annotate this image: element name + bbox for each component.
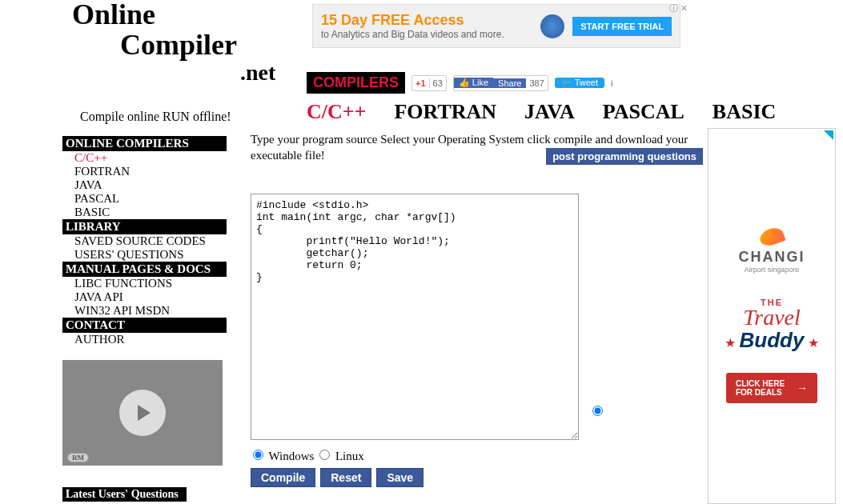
post-questions-link[interactable]: post programming questions bbox=[546, 148, 703, 165]
source-code-input[interactable] bbox=[251, 194, 579, 440]
latest-questions-header: Latest Users' Questions bbox=[62, 487, 187, 502]
sidebar-item-javaapi[interactable]: JAVA API bbox=[62, 290, 227, 304]
sidebar-item-libc[interactable]: LIBC FUNCTIONS bbox=[62, 277, 227, 290]
facebook-like-button[interactable]: 👍 LikeShare387 bbox=[453, 75, 548, 91]
sidebar-nav: ONLINE COMPILERS C/C++ FORTRAN JAVA PASC… bbox=[62, 136, 227, 466]
sidebar-item-questions[interactable]: USERS' QUESTIONS bbox=[62, 248, 227, 262]
rm-badge: RM bbox=[67, 453, 89, 462]
ad-subtitle: to Analytics and Big Data videos and mor… bbox=[321, 29, 532, 40]
play-icon bbox=[138, 405, 151, 421]
save-button[interactable]: Save bbox=[376, 468, 424, 487]
sidebar-header-library: LIBRARY bbox=[62, 219, 227, 234]
ad-title: 15 Day FREE Access bbox=[321, 12, 532, 29]
tab-fortran[interactable]: FORTRAN bbox=[394, 100, 496, 124]
reset-button[interactable]: Reset bbox=[320, 468, 371, 487]
tweet-button[interactable]: 🐦 Tweeti bbox=[555, 75, 618, 91]
os-radio-windows[interactable] bbox=[253, 450, 263, 460]
tab-cpp[interactable]: C/C++ bbox=[307, 100, 366, 124]
sidebar-item-author[interactable]: AUTHOR bbox=[62, 333, 227, 346]
os-label-linux: Linux bbox=[335, 450, 364, 462]
sidebar-item-cpp[interactable]: C/C++ bbox=[62, 151, 227, 165]
changi-subtitle: Airport singapore bbox=[739, 266, 805, 274]
changi-text: CHANGI bbox=[739, 249, 805, 266]
compilers-badge: COMPILERS bbox=[307, 72, 405, 94]
site-logo[interactable]: Online Compiler .net bbox=[72, 0, 275, 84]
changi-logo-icon bbox=[757, 226, 785, 249]
star-icon: ★ bbox=[808, 336, 819, 350]
logo-line2: Compiler bbox=[72, 30, 275, 61]
compile-button[interactable]: Compile bbox=[251, 468, 315, 487]
tab-pascal[interactable]: PASCAL bbox=[603, 100, 684, 124]
tb-travel: Travel bbox=[725, 307, 819, 327]
tb-buddy: Buddy bbox=[740, 328, 805, 352]
sidebar-item-fortran[interactable]: FORTRAN bbox=[62, 165, 227, 178]
play-button[interactable] bbox=[119, 390, 166, 436]
sidebar-item-pascal[interactable]: PASCAL bbox=[62, 192, 227, 206]
arrow-icon: → bbox=[797, 382, 808, 394]
language-tabs: C/C++ FORTRAN JAVA PASCAL BASIC bbox=[307, 100, 776, 124]
tab-basic[interactable]: BASIC bbox=[713, 100, 776, 124]
logo-line3: .net bbox=[72, 61, 275, 84]
tab-java[interactable]: JAVA bbox=[524, 100, 575, 124]
sidebar-header-docs: MANUAL PAGES & DOCS bbox=[62, 262, 227, 277]
code-radio[interactable] bbox=[592, 406, 603, 416]
os-radio-linux[interactable] bbox=[319, 450, 330, 460]
top-banner-ad[interactable]: 15 Day FREE Access to Analytics and Big … bbox=[312, 4, 680, 48]
os-label-windows: Windows bbox=[268, 450, 314, 462]
sidebar-item-basic[interactable]: BASIC bbox=[62, 206, 227, 219]
travel-buddy-logo: THE Travel ★ Buddy ★ bbox=[725, 298, 819, 352]
sidebar-item-saved[interactable]: SAVED SOURCE CODES bbox=[62, 234, 227, 248]
right-sidebar-ad[interactable]: CHANGI Airport singapore THE Travel ★ Bu… bbox=[708, 128, 836, 504]
google-plus-button[interactable]: +163 bbox=[411, 75, 447, 91]
sidebar-header-contact: CONTACT bbox=[62, 318, 227, 333]
sidebar-item-win32[interactable]: WIN32 API MSDN bbox=[62, 304, 227, 318]
ad-close-icon[interactable]: ⓘ ✕ bbox=[669, 2, 688, 14]
ad-info-icon[interactable] bbox=[824, 130, 833, 140]
os-selector: Windows Linux bbox=[251, 450, 703, 463]
ad-cta-button[interactable]: START FREE TRIAL bbox=[572, 17, 672, 36]
sidebar-item-java[interactable]: JAVA bbox=[62, 178, 227, 192]
ad-badge-icon bbox=[540, 14, 564, 38]
star-icon: ★ bbox=[725, 336, 736, 350]
sidebar-header-compilers: ONLINE COMPILERS bbox=[62, 136, 227, 151]
logo-line1: Online bbox=[72, 0, 275, 30]
tagline: Compile online RUN offline! bbox=[80, 110, 231, 124]
video-box[interactable]: RM bbox=[62, 360, 223, 466]
deals-button[interactable]: CLICK HERE FOR DEALS→ bbox=[726, 373, 817, 403]
